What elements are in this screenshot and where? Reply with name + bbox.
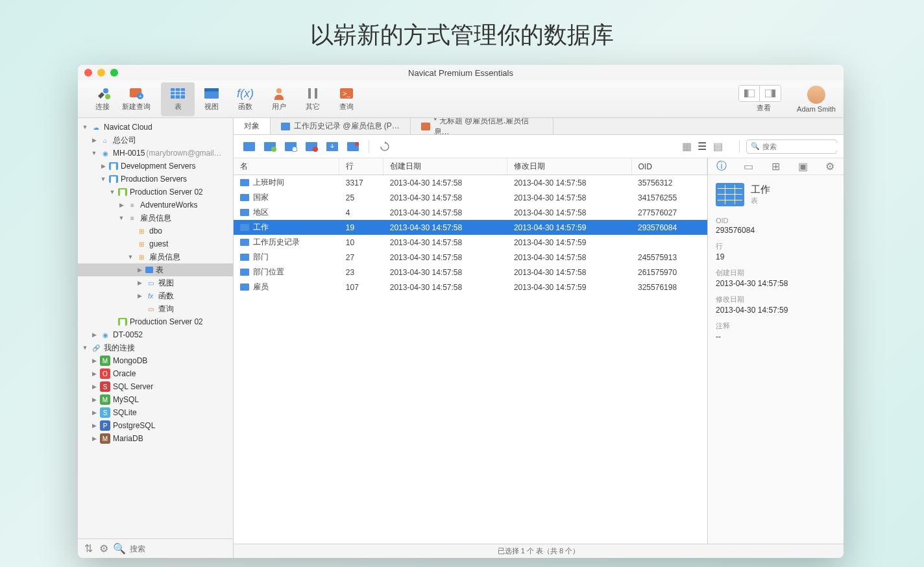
user-button[interactable]: 用户 (262, 82, 296, 116)
tree-item[interactable]: ▼🔗我的连接 (78, 341, 233, 354)
grid-view-icon[interactable]: ▦ (679, 140, 694, 153)
tree-item[interactable]: ▶MMariaDB (78, 432, 233, 445)
server-icon: ▇ (118, 318, 127, 326)
table-row[interactable]: 部门位置232013-04-30 14:57:582013-04-30 14:5… (234, 265, 707, 280)
tree-item[interactable]: ▶◉DT-0052 (78, 328, 233, 341)
info-ddl-tab[interactable]: ▭ (741, 160, 757, 173)
tree-item[interactable]: ▶≡AdventureWorks (78, 199, 233, 211)
tree-item[interactable]: ▶MMySQL (78, 393, 233, 406)
sidebar-search-input[interactable] (130, 544, 228, 553)
tree-item[interactable]: ▶SSQL Server (78, 380, 233, 393)
tree-item[interactable]: ▶fx函数 (78, 289, 233, 302)
list-view-icon[interactable]: ☰ (695, 140, 709, 153)
info-settings-tab[interactable]: ⚙ (822, 160, 838, 173)
function-button[interactable]: f(x) 函数 (228, 82, 262, 116)
view-right-button[interactable] (760, 86, 781, 101)
connection-tree: ▼☁Navicat Cloud▶⌂总公司▼◉MH-0015(marybrown@… (78, 118, 233, 538)
tree-item[interactable]: ▶SSQLite (78, 406, 233, 419)
table-row[interactable]: 上班时间33172013-04-30 14:57:582013-04-30 14… (234, 175, 707, 191)
export-button[interactable] (344, 139, 362, 154)
search-icon: 🔍 (751, 142, 760, 151)
chevron-icon: ▶ (91, 396, 97, 403)
user-menu[interactable]: Adam Smith (797, 86, 836, 113)
view-icon: ▭ (145, 278, 156, 288)
info-grid-tab[interactable]: ▣ (795, 160, 810, 173)
user-icon: ◉ (100, 330, 110, 340)
tab[interactable]: * 无标题 @雇员信息.雇员信息… (411, 118, 553, 134)
view-button[interactable]: 视图 (195, 82, 228, 116)
view-label: 查看 (757, 103, 771, 113)
tree-item[interactable]: ▼▇Production Servers (78, 173, 233, 186)
expand-icon[interactable]: ⇅ (83, 544, 93, 554)
tree-item[interactable]: ▶▇Development Servers (78, 160, 233, 173)
query-icon: ▭ (145, 304, 156, 314)
tree-item[interactable]: ▼≡雇员信息 (78, 211, 233, 224)
new-query-button[interactable]: + 新建查询 (119, 82, 153, 116)
table-row[interactable]: 地区42013-04-30 14:57:582013-04-30 14:57:5… (234, 205, 707, 220)
column-header[interactable]: 修改日期 (507, 158, 631, 175)
info-field: 创建日期2013-04-30 14:57:58 (716, 268, 836, 288)
tab[interactable]: 工作历史记录 @雇员信息 (P… (271, 118, 411, 134)
tree-item[interactable]: ▼▇Production Server 02 (78, 186, 233, 199)
tree-item[interactable]: ▇Production Server 02 (78, 315, 233, 328)
table-row[interactable]: 部门272013-04-30 14:57:582013-04-30 14:57:… (234, 250, 707, 265)
refresh-button[interactable] (376, 139, 394, 154)
table-row[interactable]: 雇员1072013-04-30 14:57:582013-04-30 14:57… (234, 280, 707, 295)
chevron-icon: ▶ (100, 163, 106, 169)
info-field: 行19 (716, 241, 836, 261)
design-table-button[interactable] (261, 139, 279, 154)
table-row[interactable]: 工作历史记录102013-04-30 14:57:582013-04-30 14… (234, 235, 707, 250)
column-header[interactable]: 创建日期 (383, 158, 507, 175)
server-icon: ▇ (118, 188, 127, 196)
tree-item[interactable]: ▭查询 (78, 302, 233, 315)
detail-view-icon[interactable]: ▤ (711, 140, 725, 153)
info-preview-tab[interactable]: ⊞ (768, 160, 783, 173)
settings-icon[interactable]: ⚙ (99, 544, 109, 554)
svg-rect-18 (772, 90, 775, 97)
table-icon (240, 179, 249, 186)
tab[interactable]: 对象 (234, 118, 271, 134)
oracle-icon: O (100, 368, 110, 379)
info-field: 注释-- (716, 321, 836, 341)
tree-item[interactable]: ⊞dbo (78, 224, 233, 237)
cloud-icon: ☁ (91, 122, 101, 132)
connection-button[interactable]: 连接 (86, 82, 119, 116)
column-header[interactable]: 行 (339, 158, 383, 175)
query-button[interactable]: >_ 查询 (330, 82, 363, 116)
table-row[interactable]: 工作192013-04-30 14:57:582013-04-30 14:57:… (234, 220, 707, 235)
tree-item[interactable]: ⊞guest (78, 237, 233, 250)
tree-item[interactable]: ▶MMongoDB (78, 354, 233, 367)
table-list: 名行创建日期修改日期OID 上班时间33172013-04-30 14:57:5… (234, 158, 707, 544)
tree-item[interactable]: ▶表 (78, 263, 233, 276)
table-large-icon (716, 183, 744, 206)
function-icon: f(x) (236, 86, 254, 101)
tree-item[interactable]: ▼☁Navicat Cloud (78, 121, 233, 134)
column-header[interactable]: 名 (234, 158, 339, 175)
new-table-button[interactable] (282, 139, 300, 154)
chevron-icon: ▶ (118, 202, 125, 208)
info-general-tab[interactable]: ⓘ (714, 160, 729, 173)
tree-item[interactable]: ▶PPostgreSQL (78, 419, 233, 432)
schema-icon: ⊞ (136, 239, 147, 249)
import-button[interactable] (323, 139, 341, 154)
other-button[interactable]: 其它 (296, 82, 330, 116)
search-input[interactable] (762, 143, 844, 151)
table-row[interactable]: 国家252013-04-30 14:57:582013-04-30 14:57:… (234, 190, 707, 205)
tree-item[interactable]: ▶OOracle (78, 367, 233, 380)
schema-icon: ⊞ (136, 226, 147, 236)
view-left-button[interactable] (739, 86, 760, 101)
tree-item[interactable]: ▶⌂总公司 (78, 134, 233, 147)
delete-table-button[interactable] (302, 139, 321, 154)
titlebar: Navicat Premium Essentials (78, 65, 844, 80)
schema-icon: ⊞ (136, 252, 147, 262)
table-icon (240, 284, 249, 291)
svg-point-1 (105, 94, 110, 99)
column-header[interactable]: OID (631, 158, 707, 175)
table-button[interactable]: 表 (161, 82, 195, 116)
tree-item[interactable]: ▶▭视图 (78, 276, 233, 289)
svg-point-25 (313, 147, 318, 152)
table-icon (240, 224, 249, 231)
tree-item[interactable]: ▼◉MH-0015(marybrown@gmail… (78, 147, 233, 160)
open-table-button[interactable] (240, 139, 258, 154)
tree-item[interactable]: ▼⊞雇员信息 (78, 250, 233, 263)
